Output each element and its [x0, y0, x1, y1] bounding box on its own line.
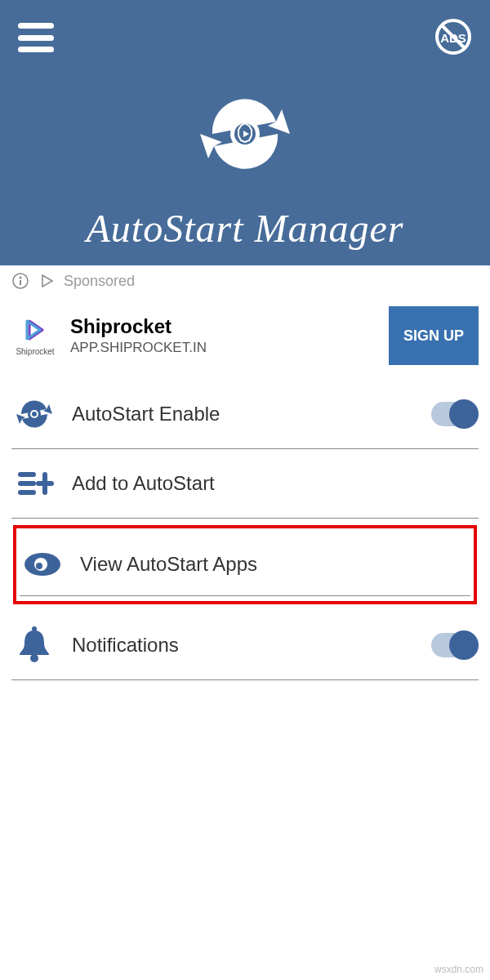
svg-marker-9	[42, 275, 52, 287]
ad-app-icon-label: Shiprocket	[16, 347, 54, 356]
menu-item-autostart-enable[interactable]: AutoStart Enable	[11, 380, 479, 449]
bell-icon	[11, 622, 57, 668]
autostart-enable-toggle[interactable]	[431, 402, 479, 426]
eye-icon	[20, 541, 65, 587]
svg-rect-17	[18, 490, 36, 495]
refresh-gear-icon	[11, 391, 57, 437]
menu-list: AutoStart Enable Add to AutoStart	[0, 380, 490, 680]
svg-point-7	[20, 277, 22, 279]
info-icon[interactable]	[11, 272, 29, 290]
menu-item-label: AutoStart Enable	[72, 403, 416, 425]
hamburger-menu-icon[interactable]	[18, 23, 54, 52]
ad-text: Shiprocket APP.SHIPROCKET.IN	[70, 315, 377, 356]
list-plus-icon	[11, 461, 57, 506]
svg-rect-19	[36, 481, 54, 486]
menu-item-add-to-autostart[interactable]: Add to AutoStart	[11, 449, 479, 519]
notifications-toggle[interactable]	[431, 633, 479, 657]
no-ads-icon[interactable]: ADS	[434, 18, 472, 56]
ad-subtitle: APP.SHIPROCKET.IN	[70, 340, 377, 356]
app-header: ADS AutoStart Manager	[0, 0, 490, 265]
app-title: AutoStart Manager	[87, 206, 404, 251]
svg-point-24	[32, 626, 37, 631]
menu-item-label: Notifications	[72, 634, 416, 657]
menu-item-view-apps[interactable]: View AutoStart Apps	[20, 533, 470, 596]
highlight-box: View AutoStart Apps	[13, 525, 477, 604]
sponsored-label-row: Sponsored	[0, 265, 490, 296]
sponsored-text: Sponsored	[64, 273, 135, 290]
menu-item-notifications[interactable]: Notifications	[11, 611, 479, 680]
menu-item-label: View AutoStart Apps	[80, 553, 470, 576]
ad-row[interactable]: Shiprocket Shiprocket APP.SHIPROCKET.IN …	[0, 296, 490, 380]
svg-rect-16	[18, 481, 36, 486]
svg-rect-15	[18, 472, 36, 477]
svg-point-23	[30, 654, 38, 662]
svg-point-14	[32, 412, 37, 416]
play-triangle-icon[interactable]	[38, 272, 56, 290]
svg-point-22	[36, 563, 42, 569]
svg-rect-8	[20, 280, 21, 285]
app-logo-icon	[188, 77, 302, 191]
ad-title: Shiprocket	[70, 315, 377, 338]
watermark: wsxdn.com	[434, 964, 483, 975]
signup-button[interactable]: SIGN UP	[389, 306, 479, 365]
ad-app-icon: Shiprocket	[11, 316, 59, 356]
menu-item-label: Add to AutoStart	[72, 472, 479, 495]
